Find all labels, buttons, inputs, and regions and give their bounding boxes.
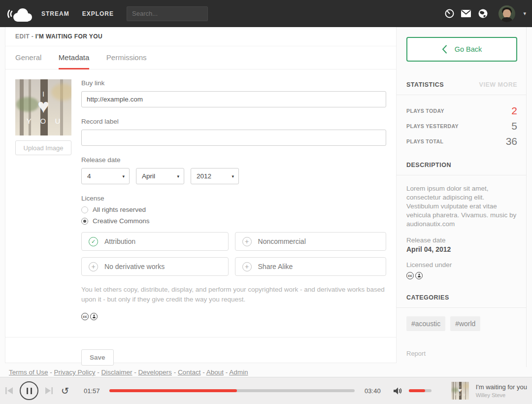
player-bar: ↺ 01:57 03:40 I ♥ Y O U I'm waiting for … [0, 377, 532, 404]
caret-down-icon[interactable]: ▾ [523, 10, 526, 17]
buy-link-label: Buy link [81, 79, 386, 87]
release-date-label: Release date [406, 236, 517, 244]
chevron-left-icon [442, 45, 447, 54]
elapsed-time: 01:57 [84, 387, 100, 395]
progress-fill [109, 389, 237, 392]
nav-explore-link[interactable]: EXPLORE [82, 10, 114, 17]
footer-links: Terms of Use - Privacy Policy - Disclaim… [9, 369, 248, 376]
tag-acoustic[interactable]: #acoustic [406, 316, 445, 331]
tab-metadata[interactable]: Metadata [59, 53, 90, 69]
view-more-link[interactable]: VIEW MORE [479, 81, 517, 88]
next-track-button[interactable] [45, 387, 53, 395]
record-label-label: Record label [81, 118, 386, 125]
cc-no-derivative-button[interactable]: + No derivative works [81, 257, 229, 276]
release-month-select[interactable]: April ▾ [136, 168, 184, 184]
stat-plays-today: PLAYS TODAY 2 [406, 103, 517, 118]
record-label-input[interactable] [81, 130, 386, 146]
radio-creative-commons[interactable]: Creative Commons [81, 217, 386, 225]
statistics-title: STATISTICS [406, 81, 444, 88]
plus-circle-icon: + [242, 262, 252, 271]
footer-terms-link[interactable]: Terms of Use [9, 369, 48, 376]
plays-total-value: 36 [506, 135, 517, 147]
buy-link-input[interactable] [81, 91, 386, 107]
cc-icon: cc [406, 272, 414, 279]
attribution-person-icon [415, 272, 423, 279]
report-link[interactable]: Report [406, 350, 517, 357]
plus-circle-icon: + [89, 262, 98, 271]
licensed-under-label: Licensed under [406, 261, 517, 269]
check-circle-icon: ✓ [89, 237, 98, 246]
cc-icon: cc [81, 313, 89, 320]
tab-permissions[interactable]: Permissions [106, 53, 147, 68]
release-date-value: April 04, 2012 [406, 245, 517, 253]
heart-icon: ♥ [37, 96, 49, 116]
progress-bar[interactable] [109, 389, 355, 392]
footer-contact-link[interactable]: Contact [178, 369, 201, 376]
cloud-logo-icon[interactable] [6, 4, 34, 24]
license-note: You let others copy, distribute, display… [81, 285, 386, 304]
now-playing: I ♥ Y O U I'm waiting for you Willey Ste… [451, 382, 527, 400]
go-back-button[interactable]: Go Back [406, 37, 517, 62]
caret-down-icon: ▾ [232, 174, 234, 179]
sidebar: Go Back STATISTICS VIEW MORE PLAYS TODAY… [397, 27, 526, 357]
caret-down-icon: ▾ [122, 174, 125, 179]
dashboard-icon[interactable] [444, 9, 454, 19]
plays-today-value: 2 [511, 105, 517, 117]
statistics-list: PLAYS TODAY 2 PLAYS YESTERDAY 5 PLAYS TO… [406, 103, 517, 149]
cc-noncommercial-button[interactable]: + Noncommercial [235, 232, 386, 251]
nav-stream-link[interactable]: STREAM [41, 10, 69, 17]
search-box [127, 6, 208, 21]
now-playing-title[interactable]: I'm waiting for you [476, 383, 527, 391]
pause-button[interactable] [20, 381, 38, 400]
footer-admin-link[interactable]: Admin [229, 369, 248, 376]
save-button[interactable]: Save [81, 349, 114, 366]
plus-circle-icon: + [242, 237, 252, 246]
cc-attribution-button[interactable]: ✓ Attribution [81, 232, 229, 251]
divider [526, 27, 527, 367]
cc-license-marks: cc [81, 313, 386, 320]
search-input[interactable] [127, 7, 207, 21]
volume-slider[interactable] [409, 389, 432, 392]
categories-title: CATEGORIES [406, 294, 449, 301]
messages-icon[interactable] [461, 9, 471, 19]
track-artwork: I ♥ Y O U [15, 79, 71, 135]
volume-fill [409, 389, 425, 392]
release-date-label: Release date [81, 156, 386, 164]
stat-plays-total: PLAYS TOTAL 36 [406, 134, 517, 149]
edit-panel: EDIT - I'M WAITING FOR YOU General Metad… [5, 27, 397, 363]
plays-yesterday-value: 5 [511, 120, 517, 132]
cc-license-marks: cc [406, 272, 517, 279]
heart-icon: ♥ [458, 387, 462, 393]
radio-all-rights-reserved[interactable]: All rights reserved [81, 206, 386, 213]
footer-privacy-link[interactable]: Privacy Policy [54, 369, 96, 376]
footer-disclaimer-link[interactable]: Disclaimer [101, 369, 133, 376]
volume-icon[interactable] [394, 387, 402, 395]
now-playing-thumbnail[interactable]: I ♥ Y O U [451, 382, 469, 400]
stat-plays-yesterday: PLAYS YESTERDAY 5 [406, 118, 517, 134]
footer-developers-link[interactable]: Developers [138, 369, 172, 376]
tab-bar: General Metadata Permissions [5, 53, 396, 69]
globe-icon[interactable] [478, 9, 488, 19]
cc-share-alike-button[interactable]: + Share Alike [235, 257, 386, 276]
description-text: Lorem ipsum dolor sit amet, consectetur … [406, 184, 517, 229]
previous-track-button[interactable] [5, 387, 13, 395]
now-playing-artist[interactable]: Willey Steve [476, 392, 527, 398]
radio-checked-icon [81, 218, 88, 225]
page-title: EDIT - I'M WAITING FOR YOU [5, 27, 396, 46]
description-title: DESCRIPTION [406, 162, 451, 168]
repeat-icon[interactable]: ↺ [61, 385, 69, 397]
navbar: STREAM EXPLORE ▾ [0, 0, 532, 27]
duration-time: 03:40 [365, 387, 381, 395]
caret-down-icon: ▾ [177, 174, 179, 179]
release-year-select[interactable]: 2012 ▾ [191, 168, 239, 184]
tab-general[interactable]: General [15, 53, 41, 68]
avatar[interactable] [499, 5, 515, 22]
footer-about-link[interactable]: About [206, 369, 224, 376]
tag-world[interactable]: #world [450, 316, 480, 331]
upload-image-button[interactable]: Upload Image [15, 140, 71, 155]
release-day-select[interactable]: 4 ▾ [81, 168, 130, 184]
attribution-person-icon [90, 313, 98, 320]
radio-icon [81, 206, 88, 213]
license-label: License [81, 195, 386, 202]
